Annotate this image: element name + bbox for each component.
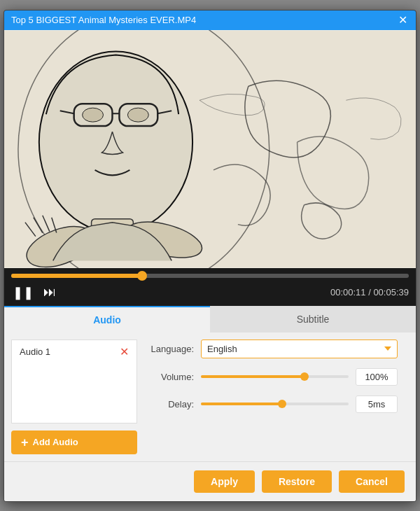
language-select[interactable]: English French Spanish German Italian: [201, 340, 398, 358]
main-window: Top 5 BIGGEST Animal Mysteries EVER.MP4 …: [4, 10, 416, 502]
controls-bar: ❚❚ ⏭ 00:00:11 / 00:05:39: [4, 268, 416, 306]
skip-button[interactable]: ⏭: [42, 284, 57, 301]
volume-track: [201, 375, 349, 378]
delay-track: [201, 402, 349, 405]
current-time: 00:00:11: [330, 287, 366, 298]
pause-button[interactable]: ❚❚: [11, 284, 35, 302]
pause-icon: ❚❚: [13, 285, 34, 300]
close-button[interactable]: ✕: [397, 15, 409, 26]
delay-row: Delay: 5ms: [148, 396, 398, 413]
volume-fill: [201, 375, 304, 378]
delay-slider[interactable]: [201, 397, 349, 411]
playback-row: ❚❚ ⏭ 00:00:11 / 00:05:39: [11, 284, 409, 302]
restore-button[interactable]: Restore: [262, 470, 332, 493]
bottom-actions: Apply Restore Cancel: [4, 461, 416, 501]
play-controls: ❚❚ ⏭: [11, 284, 57, 302]
plus-icon: +: [21, 436, 29, 449]
tab-subtitle[interactable]: Subtitle: [210, 306, 416, 332]
tabs-panel: Audio Subtitle Audio 1 ✕ +: [4, 306, 416, 501]
audio-item-1: Audio 1 ✕: [15, 344, 133, 360]
title-bar: Top 5 BIGGEST Animal Mysteries EVER.MP4 …: [4, 10, 416, 30]
add-audio-button[interactable]: + Add Audio: [11, 430, 137, 454]
volume-row: Volume: 100%: [148, 368, 398, 386]
volume-label: Volume:: [148, 372, 194, 382]
tab-row: Audio Subtitle: [4, 306, 416, 332]
progress-fill: [11, 274, 142, 278]
volume-thumb[interactable]: [300, 372, 309, 381]
volume-slider[interactable]: [201, 370, 349, 384]
time-display: 00:00:11 / 00:05:39: [330, 287, 409, 298]
remove-icon: ✕: [120, 346, 129, 358]
delay-label: Delay:: [148, 399, 194, 410]
panel-content: Audio 1 ✕ + Add Audio Language:: [4, 332, 416, 461]
remove-audio-button[interactable]: ✕: [120, 346, 129, 358]
total-time: 00:05:39: [373, 287, 409, 298]
audio-controls: Language: English French Spanish German …: [137, 340, 409, 454]
audio-item-label: Audio 1: [20, 346, 50, 357]
svg-point-8: [83, 108, 104, 122]
video-player: [4, 30, 416, 268]
cancel-button[interactable]: Cancel: [339, 470, 405, 493]
audio-list: Audio 1 ✕: [11, 340, 137, 424]
skip-icon: ⏭: [43, 285, 56, 300]
language-label: Language:: [148, 344, 194, 354]
tab-audio[interactable]: Audio: [4, 306, 210, 332]
add-audio-label: Add Audio: [33, 437, 78, 447]
delay-value[interactable]: 5ms: [356, 396, 398, 413]
progress-thumb[interactable]: [137, 271, 147, 281]
delay-fill: [201, 402, 282, 405]
apply-button[interactable]: Apply: [194, 470, 255, 493]
volume-value[interactable]: 100%: [356, 368, 398, 386]
video-frame: [4, 30, 416, 268]
window-title: Top 5 BIGGEST Animal Mysteries EVER.MP4: [11, 15, 196, 25]
audio-list-col: Audio 1 ✕ + Add Audio: [11, 340, 137, 454]
progress-bar[interactable]: [11, 274, 409, 278]
delay-thumb[interactable]: [278, 400, 286, 408]
language-row: Language: English French Spanish German …: [148, 340, 398, 358]
svg-point-9: [127, 108, 148, 122]
sketch-svg: [4, 30, 416, 268]
